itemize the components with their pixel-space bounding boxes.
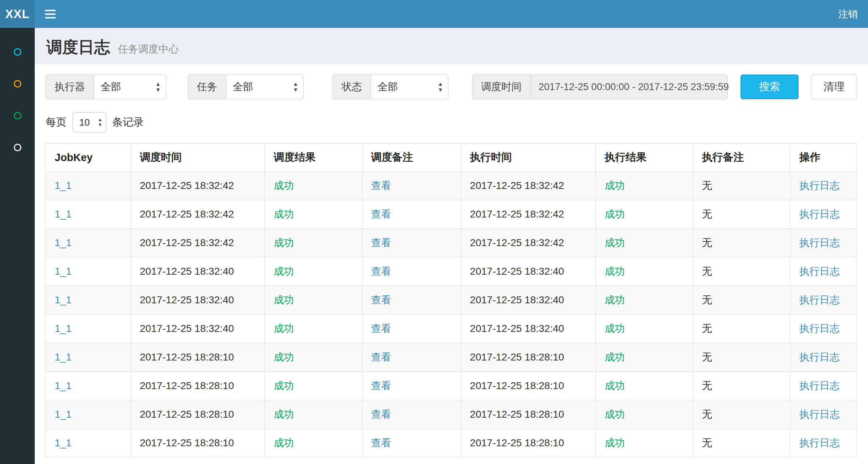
page-size-value: 10 <box>79 117 90 128</box>
status-filter-select[interactable]: 全部 ▲▼ <box>371 75 448 99</box>
log-table-body: 1_12017-12-25 18:32:42成功查看2017-12-25 18:… <box>46 172 857 457</box>
handle-time-cell: 2017-12-25 18:28:10 <box>461 343 596 372</box>
exec-log-link[interactable]: 执行日志 <box>799 266 840 277</box>
page-subtitle: 任务调度中心 <box>118 43 179 55</box>
status-filter-value: 全部 <box>378 80 398 94</box>
jobkey-link[interactable]: 1_1 <box>55 180 72 191</box>
trigger-memo-link-cell: 查看 <box>362 286 461 315</box>
exec-log-link[interactable]: 执行日志 <box>799 437 840 448</box>
exec-log-link[interactable]: 执行日志 <box>799 409 840 420</box>
trigger-memo-link[interactable]: 查看 <box>371 351 391 363</box>
sidebar-item-1[interactable] <box>0 36 35 68</box>
table-row: 1_12017-12-25 18:28:10成功查看2017-12-25 18:… <box>46 400 857 429</box>
trigger-time-range-input[interactable]: 2017-12-25 00:00:00 - 2017-12-25 23:59:5… <box>530 75 728 99</box>
trigger-memo-link[interactable]: 查看 <box>371 323 391 334</box>
trigger-result-cell: 成功 <box>265 400 362 429</box>
exec-log-link[interactable]: 执行日志 <box>799 351 840 363</box>
sidebar-toggle-icon[interactable] <box>45 10 56 18</box>
status-filter: 状态 全部 ▲▼ <box>333 75 448 99</box>
circle-icon <box>14 112 21 119</box>
column-header-trigger-result: 调度结果 <box>265 144 362 172</box>
logout-link[interactable]: 注销 <box>838 8 858 21</box>
trigger-time-cell: 2017-12-25 18:32:40 <box>131 286 265 315</box>
executor-filter-label: 执行器 <box>46 75 94 99</box>
jobkey-link-cell: 1_1 <box>46 315 131 343</box>
clear-button[interactable]: 清理 <box>811 75 857 99</box>
exec-log-link[interactable]: 执行日志 <box>799 294 840 305</box>
exec-log-link[interactable]: 执行日志 <box>799 180 840 191</box>
exec-log-link[interactable]: 执行日志 <box>799 208 840 220</box>
exec-log-link[interactable]: 执行日志 <box>799 237 840 248</box>
jobkey-link[interactable]: 1_1 <box>55 409 72 420</box>
trigger-time-cell: 2017-12-25 18:28:10 <box>131 343 265 372</box>
table-row: 1_12017-12-25 18:28:10成功查看2017-12-25 18:… <box>46 372 857 400</box>
trigger-time-filter-label: 调度时间 <box>472 75 530 99</box>
trigger-time-filter: 调度时间 2017-12-25 00:00:00 - 2017-12-25 23… <box>472 75 728 99</box>
trigger-time-cell: 2017-12-25 18:32:42 <box>131 200 265 229</box>
content-header: 调度日志 任务调度中心 <box>35 28 868 64</box>
jobkey-link[interactable]: 1_1 <box>55 437 72 448</box>
trigger-result-cell: 成功 <box>265 315 362 343</box>
trigger-time-cell: 2017-12-25 18:32:42 <box>131 229 265 257</box>
jobkey-link[interactable]: 1_1 <box>55 208 72 220</box>
exec-log-link-cell: 执行日志 <box>791 429 857 457</box>
trigger-memo-link[interactable]: 查看 <box>371 380 391 391</box>
handle-memo-cell: 无 <box>693 372 791 400</box>
trigger-result-cell: 成功 <box>265 172 362 200</box>
jobkey-link[interactable]: 1_1 <box>55 323 72 334</box>
jobkey-link-cell: 1_1 <box>46 257 131 286</box>
exec-log-link-cell: 执行日志 <box>791 229 857 257</box>
app-logo[interactable]: XXL <box>0 0 35 28</box>
jobkey-link-cell: 1_1 <box>46 429 131 457</box>
jobkey-link-cell: 1_1 <box>46 200 131 229</box>
trigger-time-cell: 2017-12-25 18:28:10 <box>131 400 265 429</box>
trigger-memo-link[interactable]: 查看 <box>371 237 391 248</box>
handle-result-cell: 成功 <box>596 315 693 343</box>
handle-result-cell: 成功 <box>596 400 693 429</box>
select-arrows-icon: ▲▼ <box>155 81 161 93</box>
trigger-memo-link[interactable]: 查看 <box>371 437 391 448</box>
trigger-memo-link-cell: 查看 <box>362 372 461 400</box>
search-button[interactable]: 搜索 <box>741 75 799 99</box>
length-menu: 每页 10 ▲▼ 条记录 <box>46 112 857 132</box>
sidebar-item-4[interactable] <box>0 131 35 163</box>
trigger-memo-link[interactable]: 查看 <box>371 180 391 191</box>
trigger-time-cell: 2017-12-25 18:28:10 <box>131 429 265 457</box>
trigger-memo-link[interactable]: 查看 <box>371 208 391 220</box>
sidebar <box>0 28 35 464</box>
jobkey-link[interactable]: 1_1 <box>55 380 72 391</box>
handle-result-cell: 成功 <box>596 286 693 315</box>
jobkey-link[interactable]: 1_1 <box>55 351 72 363</box>
handle-time-cell: 2017-12-25 18:32:42 <box>461 229 596 257</box>
exec-log-link[interactable]: 执行日志 <box>799 380 840 391</box>
page-title: 调度日志 <box>46 38 110 56</box>
navbar-body: 注销 <box>35 0 868 28</box>
handle-time-cell: 2017-12-25 18:28:10 <box>461 400 596 429</box>
exec-log-link[interactable]: 执行日志 <box>799 323 840 334</box>
job-filter: 任务 全部 ▲▼ <box>188 75 304 99</box>
trigger-memo-link[interactable]: 查看 <box>371 266 391 277</box>
trigger-memo-link[interactable]: 查看 <box>371 294 391 305</box>
trigger-memo-link[interactable]: 查看 <box>371 409 391 420</box>
handle-result-cell: 成功 <box>596 429 693 457</box>
trigger-memo-link-cell: 查看 <box>362 400 461 429</box>
handle-time-cell: 2017-12-25 18:32:40 <box>461 286 596 315</box>
jobkey-link[interactable]: 1_1 <box>55 294 72 305</box>
job-filter-value: 全部 <box>233 80 253 94</box>
jobkey-link[interactable]: 1_1 <box>55 266 72 277</box>
jobkey-link-cell: 1_1 <box>46 343 131 372</box>
page-size-select[interactable]: 10 ▲▼ <box>72 112 106 132</box>
select-arrows-icon: ▲▼ <box>98 117 102 127</box>
sidebar-item-3[interactable] <box>0 100 35 131</box>
job-filter-select[interactable]: 全部 ▲▼ <box>226 75 304 99</box>
jobkey-link[interactable]: 1_1 <box>55 237 72 248</box>
handle-result-cell: 成功 <box>596 372 693 400</box>
trigger-memo-link-cell: 查看 <box>362 200 461 229</box>
trigger-result-cell: 成功 <box>265 429 362 457</box>
log-table-head: JobKey 调度时间 调度结果 调度备注 执行时间 执行结果 执行备注 操作 <box>46 144 857 172</box>
executor-filter-select[interactable]: 全部 ▲▼ <box>94 75 166 99</box>
table-row: 1_12017-12-25 18:28:10成功查看2017-12-25 18:… <box>46 343 857 372</box>
handle-memo-cell: 无 <box>693 315 791 343</box>
column-header-action: 操作 <box>791 144 857 172</box>
sidebar-item-2[interactable] <box>0 68 35 100</box>
